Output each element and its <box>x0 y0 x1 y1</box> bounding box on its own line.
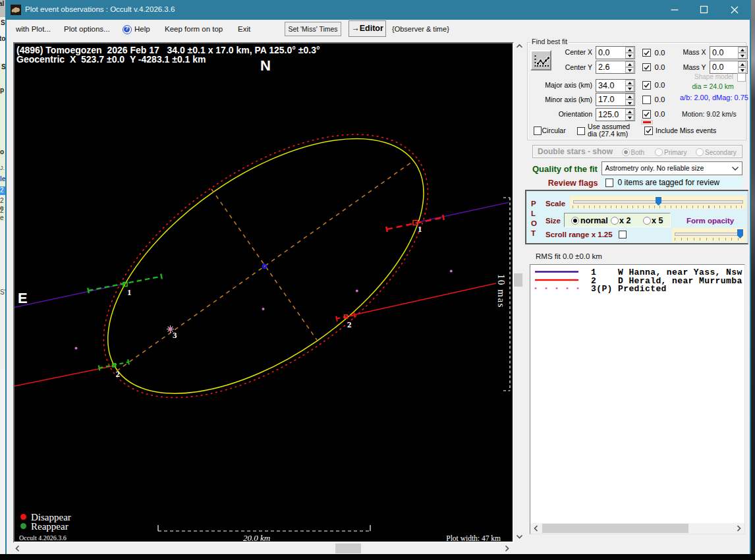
svg-text:1: 1 <box>127 287 132 297</box>
svg-text:3(P): 3(P) <box>591 284 613 294</box>
svg-text:N: N <box>260 57 271 74</box>
svg-text:1: 1 <box>418 224 422 234</box>
svg-text:20.0 km: 20.0 km <box>243 533 270 542</box>
svg-text:Geocentric X 523.7 ±0.0 Y -: Geocentric X 523.7 ±0.0 Y -4283.1 ±0.1 k… <box>16 54 206 65</box>
svg-text:Occult 4.2026.3.6: Occult 4.2026.3.6 <box>19 534 67 542</box>
svg-text:Predicted: Predicted <box>618 284 667 294</box>
svg-text:2: 2 <box>116 369 121 379</box>
svg-text:Plot width: 47 km: Plot width: 47 km <box>446 534 501 542</box>
svg-text:2: 2 <box>347 320 352 329</box>
svg-text:Reappear: Reappear <box>31 521 69 532</box>
svg-text:3: 3 <box>173 330 177 340</box>
svg-text:10 mas: 10 mas <box>496 274 507 308</box>
svg-text:E: E <box>18 290 28 306</box>
